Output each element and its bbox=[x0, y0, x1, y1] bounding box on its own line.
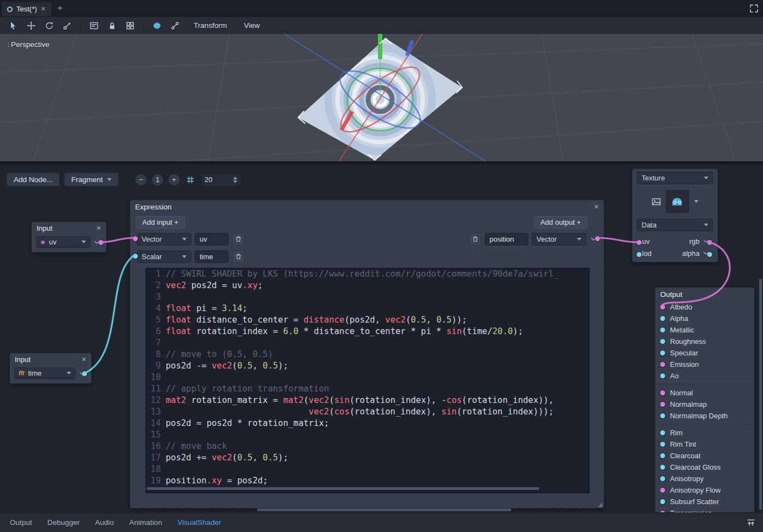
expression-code-editor[interactable]: 1// SWIRL SHADER by LKS (https://www.red… bbox=[145, 268, 590, 493]
texture-data-dropdown[interactable]: Data bbox=[637, 219, 713, 231]
view-menu[interactable]: View bbox=[238, 20, 265, 31]
bottom-tab-debugger[interactable]: Debugger bbox=[40, 518, 88, 527]
scene-tab[interactable]: Test(*) ✕ bbox=[2, 2, 51, 16]
input-time-output-port[interactable] bbox=[82, 371, 87, 376]
fullscreen-toggle-icon[interactable] bbox=[745, 4, 763, 13]
output-node[interactable]: Output AlbedoAlphaMetallicRoughnessSpecu… bbox=[655, 287, 755, 512]
port-dot[interactable] bbox=[660, 305, 665, 309]
transform-menu[interactable]: Transform bbox=[188, 20, 232, 31]
close-node-icon[interactable]: ✕ bbox=[594, 203, 599, 211]
close-node-icon[interactable]: ✕ bbox=[81, 356, 86, 363]
output-port-specular[interactable]: Specular bbox=[655, 347, 754, 359]
output-port-albedo[interactable]: Albedo bbox=[655, 301, 754, 313]
scale-tool-icon[interactable] bbox=[60, 19, 74, 32]
output-port-roughness[interactable]: Roughness bbox=[655, 336, 754, 347]
output-port-clearcoat[interactable]: Clearcoat bbox=[655, 450, 754, 461]
expression-node-header[interactable]: Expression ✕ bbox=[130, 200, 604, 214]
graph-hscrollbar[interactable] bbox=[257, 508, 511, 511]
code-hscrollbar[interactable] bbox=[147, 487, 539, 490]
chevron-down-icon[interactable] bbox=[694, 200, 698, 203]
port-dot[interactable] bbox=[660, 339, 665, 344]
move-tool-icon[interactable] bbox=[24, 19, 38, 32]
expression-position-port[interactable] bbox=[595, 236, 600, 241]
port-dot[interactable] bbox=[660, 453, 665, 458]
input-node-uv[interactable]: Input ✕ ◈ uv bbox=[31, 221, 107, 253]
output-port-normalmap[interactable]: Normalmap bbox=[655, 399, 754, 410]
output-port-normalmap-depth[interactable]: Normalmap Depth bbox=[655, 410, 754, 422]
delete-input-button[interactable] bbox=[232, 250, 244, 263]
port-dot[interactable] bbox=[660, 328, 665, 332]
port-dot[interactable] bbox=[660, 488, 665, 493]
new-tab-button[interactable]: + bbox=[51, 1, 69, 15]
output-port-emission[interactable]: Emission bbox=[655, 359, 754, 370]
texture-alpha-port[interactable] bbox=[707, 252, 712, 257]
input-name-field[interactable] bbox=[195, 233, 229, 245]
tab-close-icon[interactable]: ✕ bbox=[41, 5, 46, 13]
close-node-icon[interactable]: ✕ bbox=[96, 225, 101, 232]
output-port-metallic[interactable]: Metallic bbox=[655, 324, 754, 336]
3d-viewport[interactable]: ⁞ Perspective bbox=[0, 34, 763, 161]
bottom-tab-output[interactable]: Output bbox=[2, 518, 40, 527]
bottom-tab-animation[interactable]: Animation bbox=[121, 518, 170, 527]
zoom-out-button[interactable]: − bbox=[135, 174, 147, 186]
graph-vscrollbar[interactable] bbox=[759, 279, 762, 510]
zoom-reset-button[interactable]: 1 bbox=[152, 174, 164, 186]
select-tool-icon[interactable] bbox=[6, 19, 20, 32]
add-output-button[interactable]: Add output + bbox=[534, 216, 587, 229]
input-uv-output-port[interactable] bbox=[98, 240, 103, 245]
port-dot[interactable] bbox=[660, 442, 665, 447]
port-dot[interactable] bbox=[660, 350, 665, 355]
rotate-tool-icon[interactable] bbox=[42, 19, 56, 32]
bottom-tab-visualshader[interactable]: VisualShader bbox=[170, 518, 229, 527]
port-dot[interactable] bbox=[660, 316, 665, 321]
output-port-anisotropy-flow[interactable]: Anisotropy Flow bbox=[655, 484, 754, 496]
input-type-dropdown[interactable]: Vector bbox=[137, 233, 191, 245]
delete-input-button[interactable] bbox=[232, 233, 244, 245]
skeleton-icon[interactable] bbox=[168, 19, 182, 32]
output-port-transmission[interactable]: Transmission bbox=[655, 507, 754, 512]
output-port-ao[interactable]: Ao bbox=[655, 370, 754, 382]
snap-step-spinbox[interactable]: 20 bbox=[201, 173, 241, 186]
port-dot[interactable] bbox=[660, 373, 665, 378]
output-port-normal[interactable]: Normal bbox=[655, 387, 754, 399]
output-port-rim-tint[interactable]: Rim Tint bbox=[655, 439, 754, 450]
delete-output-button[interactable] bbox=[469, 233, 481, 245]
port-dot[interactable] bbox=[660, 499, 665, 504]
input-name-field[interactable] bbox=[195, 250, 229, 263]
port-dot[interactable] bbox=[660, 476, 665, 481]
port-dot[interactable] bbox=[660, 362, 665, 367]
spinbox-arrows-icon[interactable] bbox=[233, 177, 237, 183]
add-node-button[interactable]: Add Node... bbox=[7, 173, 60, 186]
expression-time-port[interactable] bbox=[133, 254, 138, 259]
texture-node[interactable]: Texture bbox=[632, 168, 718, 262]
group-icon[interactable] bbox=[123, 19, 137, 32]
texture-type-dropdown[interactable]: Texture bbox=[637, 172, 713, 184]
output-port-subsurf-scatter[interactable]: Subsurf Scatter bbox=[655, 496, 754, 507]
input-value-dropdown[interactable]: flt time bbox=[14, 367, 75, 379]
port-dot[interactable] bbox=[660, 465, 665, 470]
port-dot[interactable] bbox=[660, 430, 665, 435]
output-port-anisotropy[interactable]: Anisotropy bbox=[655, 473, 754, 484]
lock-icon[interactable] bbox=[105, 19, 119, 32]
texture-preview[interactable] bbox=[665, 189, 690, 214]
port-dot[interactable] bbox=[660, 402, 665, 407]
shader-mode-dropdown[interactable]: Fragment bbox=[64, 173, 119, 186]
gizmo-sphere-icon[interactable] bbox=[150, 19, 164, 32]
perspective-menu[interactable]: ⁞ Perspective bbox=[8, 40, 50, 49]
texture-slot[interactable] bbox=[637, 189, 713, 214]
output-port-alpha[interactable]: Alpha bbox=[655, 313, 754, 324]
input-node-time[interactable]: Input ✕ flt time bbox=[9, 353, 92, 384]
output-type-dropdown[interactable]: Vector bbox=[532, 233, 586, 245]
output-port-rim[interactable]: Rim bbox=[655, 427, 754, 439]
input-value-dropdown[interactable]: ◈ uv bbox=[36, 236, 90, 248]
expand-panel-icon[interactable] bbox=[741, 519, 761, 527]
snap-grid-icon[interactable] bbox=[184, 174, 196, 186]
port-dot[interactable] bbox=[660, 511, 665, 512]
input-type-dropdown[interactable]: Scalar bbox=[137, 250, 191, 263]
expression-node[interactable]: Expression ✕ Add input + Add output + Ve… bbox=[130, 200, 604, 508]
texture-uv-port[interactable] bbox=[637, 240, 642, 245]
texture-lod-port[interactable] bbox=[637, 252, 642, 257]
visual-shader-graph[interactable]: Add Node... Fragment − 1 + 20 Expression… bbox=[0, 164, 763, 512]
list-select-icon[interactable] bbox=[87, 19, 101, 32]
bottom-tab-audio[interactable]: Audio bbox=[88, 518, 122, 527]
